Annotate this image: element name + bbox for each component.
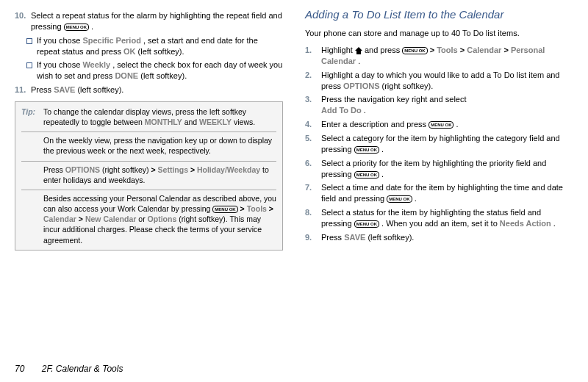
text: . [364,106,366,115]
bullet-weekly: If you chose Weekly , select the check b… [26,60,283,82]
label: Holiday/Weekday [197,165,260,174]
label: Options [148,215,177,223]
step-body: Highlight a day to which you would like … [321,70,573,92]
step-body: Select a priority for the item by highli… [321,158,573,180]
step-number: 5. [305,133,321,155]
text: Highlight [321,46,355,54]
step-body: Select a status for the item by highligh… [321,207,573,229]
option-label: Specific Period [82,36,140,45]
page-number: 70 [15,364,24,374]
step-body: Press the navigation key right and selec… [321,94,573,116]
step-9: 9. Press SAVE (left softkey). [305,232,573,243]
step-number: 2. [305,70,321,92]
step-8: 8. Select a status for the item by highl… [305,207,573,229]
step-5: 5. Select a category for the item by hig… [305,133,573,155]
tip-label-empty [21,193,43,245]
text: . [358,57,360,65]
step-body: Enter a description and press MENU OK . [321,119,573,130]
separator: > [79,215,85,223]
softkey-label: SAVE [54,85,75,94]
text: . [91,22,93,31]
step-number: 11. [15,84,31,96]
label: Add To Do [321,106,362,115]
home-icon [355,47,362,54]
separator: > [190,165,197,174]
text: . [553,219,556,228]
page-footer: 70 2F. Calendar & Tools [0,364,588,378]
tip-row: Tip: To change the calendar display view… [21,107,276,127]
menu-ok-key-icon: MENU OK [354,220,379,228]
label: Settings [158,165,188,174]
bullet-body: If you chose Weekly , select the check b… [37,60,283,82]
text: . When you add an item, set it to [381,219,500,228]
label: New Calendar [85,215,136,223]
tip-body: Press OPTIONS (right softkey) > Settings… [43,165,276,185]
tip-body: On the weekly view, press the navigation… [43,135,276,156]
step-number: 7. [305,182,321,204]
step-body: Press SAVE (left softkey). [321,232,573,243]
tip-row: On the weekly view, press the navigation… [21,135,276,156]
label: Calendar [467,46,501,54]
text: or [138,215,147,223]
text: (left softkey). [138,47,184,56]
separator: > [240,204,247,213]
label: OPTIONS [65,165,100,174]
menu-ok-key-icon: MENU OK [354,146,379,154]
divider [21,131,276,132]
divider [21,190,276,190]
separator: > [503,46,510,54]
separator: > [430,46,437,54]
step-number: 8. [305,207,321,229]
square-bullet-icon [26,62,32,68]
menu-ok-key-icon: MENU OK [354,171,379,179]
option-label: Weekly [82,60,110,69]
text: and press [365,46,402,54]
text: If you chose [37,36,82,45]
label: WEEKLY [199,118,232,126]
separator: > [269,204,273,213]
text: (left softkey). [140,71,187,80]
text: Press the navigation key right and selec… [321,95,467,104]
step-2: 2. Highlight a day to which you would li… [305,70,573,92]
menu-ok-key-icon: MENU OK [64,24,89,31]
text: Press [321,233,344,242]
text: (right softkey). [382,82,434,90]
section-heading: Adding a To Do List Item to the Calendar [305,7,573,22]
label: Tools [247,204,267,213]
label: Needs Action [500,219,551,228]
square-bullet-icon [26,38,32,44]
text: (left softkey). [368,233,414,242]
text: If you chose [37,60,82,69]
text: . [456,120,459,129]
step-number: 4. [305,119,321,130]
text: views. [234,118,255,126]
section-title: 2F. Calendar & Tools [42,364,123,374]
bullet-body: If you chose Specific Period , set a sta… [37,35,283,57]
intro-text: Your phone can store and manage up to 40… [305,28,573,39]
text: . [381,170,384,179]
step-1: 1. Highlight and press MENU OK > Tools >… [305,45,573,67]
tip-body: Besides accessing your Personal Calendar… [43,193,276,245]
text: Select a time and date for the item by h… [321,183,563,203]
step-number: 9. [305,232,321,243]
menu-ok-key-icon: MENU OK [387,195,412,203]
step-3: 3. Press the navigation key right and se… [305,94,573,116]
text: Press [43,165,65,174]
text: Enter a description and press [321,120,429,129]
step-number: 1. [305,45,321,67]
text: . [381,145,384,154]
step-body: Press SAVE (left softkey). [31,84,283,96]
step-10: 10. Select a repeat status for the alarm… [15,10,283,32]
step-body: Select a category for the item by highli… [321,133,573,155]
text: . [415,194,417,203]
step-number: 6. [305,158,321,180]
right-column: Adding a To Do List Item to the Calendar… [294,7,573,360]
tip-label-empty [21,165,43,185]
label: Tools [437,46,458,54]
tip-body: To change the calendar display views, pr… [43,107,276,127]
softkey-label: SAVE [344,233,365,242]
label: Calendar [43,215,76,223]
step-11: 11. Press SAVE (left softkey). [15,84,283,96]
menu-ok-key-icon: MENU OK [402,47,427,54]
tip-label: Tip: [21,107,43,127]
